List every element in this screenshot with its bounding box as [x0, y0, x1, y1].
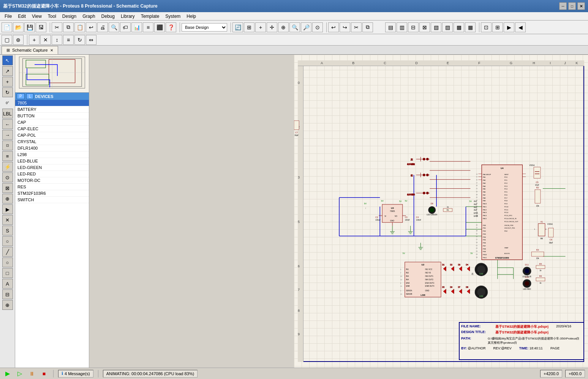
device-item-cap-elec[interactable]: CAP-ELEC — [15, 126, 89, 132]
maximize-button[interactable]: □ — [568, 2, 576, 10]
scissors-button[interactable]: ✂ — [351, 22, 362, 32]
circle-tool[interactable]: ○ — [2, 257, 13, 267]
prop-button[interactable]: ≡ — [63, 35, 74, 45]
device-item-button[interactable]: BUTTON — [15, 113, 89, 119]
draw-wire-tool[interactable]: ↗ — [2, 66, 13, 76]
align2-button[interactable]: ▥ — [397, 22, 407, 32]
device-item-cap-pol[interactable]: CAP-POL — [15, 132, 89, 139]
back-button[interactable]: ◀ — [515, 22, 526, 32]
device-item-led-red[interactable]: LED-RED — [15, 171, 89, 177]
device-item-led-green[interactable]: LED-GREEN — [15, 164, 89, 171]
play-step-button[interactable]: ▷ — [15, 370, 24, 378]
save-button[interactable]: 💾 — [24, 22, 35, 32]
select-tool[interactable]: ↖ — [2, 55, 13, 65]
align7-button[interactable]: ▩ — [454, 22, 464, 32]
tag-button[interactable]: 🏷 — [120, 22, 131, 32]
pcb-button[interactable]: ⬛ — [154, 22, 165, 32]
label-tool[interactable]: LBL — [2, 109, 13, 118]
device-item-motor-dc[interactable]: MOTOR-DC — [15, 177, 89, 184]
align4-button[interactable]: ⊠ — [419, 22, 430, 32]
align-button[interactable]: ▤ — [385, 22, 396, 32]
no-connect-tool[interactable]: ✕ — [2, 215, 13, 225]
tab-close-button[interactable]: ✕ — [50, 48, 53, 52]
forward-button[interactable]: ▶ — [504, 22, 514, 32]
bom-button[interactable]: 📊 — [131, 22, 142, 32]
plus-tool[interactable]: + — [2, 77, 13, 87]
p-button[interactable]: P — [17, 93, 25, 99]
rect-tool[interactable]: □ — [2, 268, 13, 278]
help-btn2[interactable]: ❓ — [166, 22, 176, 32]
bus-tool[interactable]: ≡ — [2, 151, 13, 161]
cut-button[interactable]: ✂ — [52, 22, 62, 32]
add-comp-button[interactable]: + — [29, 35, 40, 45]
move-button[interactable]: ↕ — [52, 35, 62, 45]
comp-button[interactable]: ⊛ — [13, 35, 24, 45]
pan-button[interactable]: ✛ — [267, 22, 277, 32]
zoom-in-button[interactable]: 🔍 — [289, 22, 300, 32]
menu-graph[interactable]: Graph — [79, 13, 98, 20]
design-dropdown[interactable]: Base Design — [182, 23, 227, 32]
zoom-area-button[interactable]: ⊙ — [312, 22, 323, 32]
pan2-button[interactable]: ⊕ — [278, 22, 289, 32]
preview-button[interactable]: 🔍 — [109, 22, 119, 32]
device-tool[interactable]: ⊡ — [2, 141, 13, 150]
crosshair-tool[interactable]: ⊕ — [2, 300, 13, 310]
align8-button[interactable]: ▦ — [465, 22, 476, 32]
script-tool[interactable]: S — [2, 226, 13, 235]
device-item-led-blue[interactable]: LED-BLUE — [15, 158, 89, 164]
close-button[interactable]: ✕ — [577, 2, 585, 10]
terminal-tool[interactable]: ⊙ — [2, 172, 13, 182]
netlist-button[interactable]: ≡ — [143, 22, 153, 32]
align3-button[interactable]: ⊟ — [408, 22, 419, 32]
menu-help[interactable]: Help — [183, 13, 199, 20]
rot-button[interactable]: ↻ — [74, 35, 85, 45]
menu-design[interactable]: Design — [59, 13, 79, 20]
symbol-tool[interactable]: ⊟ — [2, 289, 13, 299]
line-tool[interactable]: ╱ — [2, 247, 13, 257]
junction-tool[interactable]: ⊕ — [2, 194, 13, 204]
device-item-switch[interactable]: SWITCH — [15, 197, 89, 203]
undo2-button[interactable]: ↩ — [328, 22, 339, 32]
device-item-crystal[interactable]: CRYSTAL — [15, 139, 89, 145]
l-button[interactable]: L — [26, 93, 34, 99]
power-tool[interactable]: ⚡ — [2, 162, 13, 172]
copy-button[interactable]: ⧉ — [63, 22, 74, 32]
new-button[interactable]: 📄 — [2, 22, 12, 32]
device-item-7805[interactable]: 7805 — [15, 100, 89, 106]
redo-button[interactable]: ↪ — [340, 22, 350, 32]
text-tool[interactable]: A — [2, 279, 13, 289]
device-item-dflr1400[interactable]: DFLR1400 — [15, 145, 89, 152]
zoom-out-button[interactable]: 🔎 — [301, 22, 311, 32]
sel2-button[interactable]: ▢ — [2, 35, 12, 45]
print-button[interactable]: 🖨 — [97, 22, 108, 32]
mirror-button[interactable]: ⇔ — [86, 35, 96, 45]
probe-tool[interactable]: ○ — [2, 236, 13, 246]
align6-button[interactable]: ▨ — [442, 22, 453, 32]
zoom-fit-button[interactable]: ⊡ — [481, 22, 492, 32]
device-item-res[interactable]: RES — [15, 184, 89, 190]
menu-edit[interactable]: Edit — [15, 13, 29, 20]
arrow-left-tool[interactable]: ← — [2, 119, 13, 129]
minimap[interactable] — [15, 55, 89, 93]
paste-button[interactable]: 📋 — [74, 22, 85, 32]
save-all-button[interactable]: 🖫 — [36, 22, 46, 32]
arrow-right-tool[interactable]: → — [2, 130, 13, 140]
menu-view[interactable]: View — [29, 13, 45, 20]
minimize-button[interactable]: ─ — [559, 2, 567, 10]
wire-label-tool[interactable]: ▶ — [2, 204, 13, 214]
zoom-sel-button[interactable]: ⊞ — [492, 22, 503, 32]
device-item-l298[interactable]: L298 — [15, 152, 89, 158]
port-tool[interactable]: ⊠ — [2, 183, 13, 193]
menu-file[interactable]: File — [2, 13, 15, 20]
del-comp-button[interactable]: ✕ — [40, 35, 51, 45]
stop-button[interactable]: ■ — [40, 370, 49, 378]
open-button[interactable]: 📂 — [13, 22, 24, 32]
device-item-battery[interactable]: BATTERY — [15, 106, 89, 113]
play-button[interactable]: ▶ — [3, 370, 12, 378]
menu-debug[interactable]: Debug — [98, 13, 118, 20]
rotate-cw-tool[interactable]: ↻ — [2, 87, 13, 97]
menu-library[interactable]: Library — [118, 13, 138, 20]
refresh-button[interactable]: 🔄 — [232, 22, 243, 32]
copy2-button[interactable]: ⧉ — [362, 22, 373, 32]
grid-button[interactable]: ⊞ — [244, 22, 254, 32]
